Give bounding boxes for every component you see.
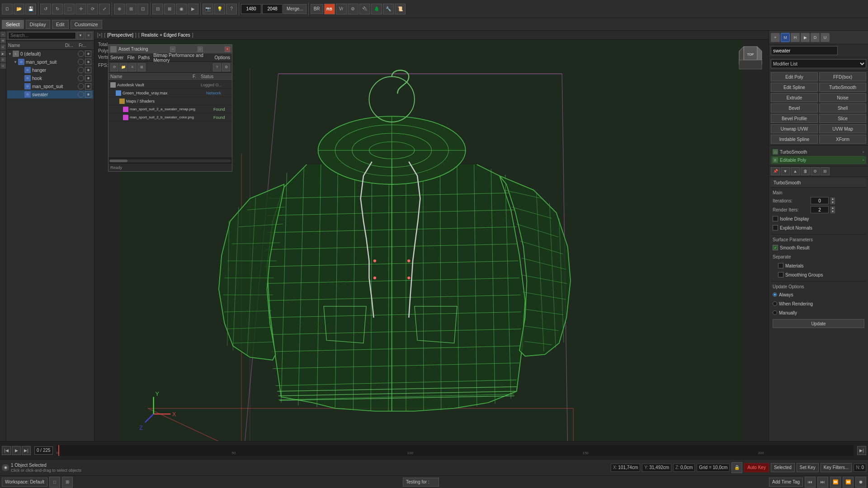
display-tab-icon[interactable]: D — [811, 33, 820, 42]
sidebar-display-icon[interactable]: D — [0, 57, 6, 62]
rb-icon[interactable]: RB — [324, 4, 335, 14]
create-tab-icon[interactable]: + — [771, 33, 780, 42]
tl-play-btn[interactable]: ▶ — [12, 446, 21, 455]
mirror-icon[interactable]: ⊞ — [126, 4, 137, 14]
move-icon[interactable]: ✛ — [75, 4, 86, 14]
motion-tab-icon[interactable]: ▶ — [801, 33, 810, 42]
xform-btn[interactable]: XForm — [819, 135, 866, 144]
riter-down-icon[interactable]: ▼ — [830, 210, 835, 213]
tl-end-btn[interactable]: ▶| — [857, 446, 866, 455]
unwrap-uvw-btn[interactable]: Unwrap UVW — [771, 124, 818, 133]
iterations-input[interactable] — [811, 197, 829, 204]
workspace-icon2[interactable]: ⊞ — [62, 477, 73, 488]
edit-spline-btn[interactable]: Edit Spline — [771, 83, 818, 92]
undo-icon[interactable]: ↺ — [40, 4, 51, 14]
set-key-btn[interactable]: Set Key — [797, 463, 819, 472]
explicit-normals-checkbox[interactable] — [773, 225, 778, 230]
scene-item-default[interactable]: ▼ L 0 (default) ❄ — [7, 50, 93, 58]
display-mode-btn[interactable]: Display — [26, 20, 50, 29]
scene-item-hook[interactable]: O hook ❄ — [7, 74, 93, 82]
at-row-0[interactable]: Autodesk Vault Logged O... — [108, 81, 232, 89]
bt-icon2[interactable]: ⏭ — [817, 477, 828, 488]
isoline-checkbox[interactable] — [773, 216, 778, 221]
edit-poly-btn[interactable]: Edit Poly — [771, 72, 818, 81]
sidebar-modify-icon[interactable]: M — [0, 38, 6, 43]
stack-item-turbos[interactable]: □ TurboSmooth + — [771, 148, 866, 156]
bevel-btn[interactable]: Bevel — [771, 103, 818, 113]
mod-copy-btn[interactable]: ⊞ — [821, 167, 830, 175]
materials-checkbox[interactable] — [778, 263, 783, 268]
frame-counter[interactable]: 0 / 225 — [34, 446, 53, 455]
at-row-4[interactable]: man_sport_suit_2_b_sweater_color.png Fou… — [108, 113, 232, 122]
height-value[interactable]: 2048 — [262, 4, 283, 14]
sweater-vis-icon[interactable] — [78, 91, 84, 98]
group-icon[interactable]: ⊠ — [164, 4, 175, 14]
riter-up-icon[interactable]: ▲ — [830, 206, 835, 210]
scene-search-input[interactable] — [8, 32, 76, 39]
sweater-freeze-icon[interactable]: ❄ — [85, 91, 91, 98]
asset-menu-server[interactable]: Server — [110, 55, 123, 60]
redo-icon[interactable]: ↻ — [52, 4, 63, 14]
update-btn[interactable]: Update — [773, 319, 864, 328]
render-icon[interactable]: ▶ — [188, 4, 198, 14]
mss2-freeze-icon[interactable]: ❄ — [85, 83, 91, 89]
mod-delete-btn[interactable]: 🗑 — [801, 167, 810, 175]
turbosmooth-btn[interactable]: TurboSmooth — [819, 83, 866, 92]
camera-icon[interactable]: 📷 — [203, 4, 213, 14]
asset-close-btn[interactable]: × — [225, 47, 230, 52]
bevel-profile-btn[interactable]: Bevel Profile — [771, 114, 818, 123]
at-row-3[interactable]: man_sport_suit_2_a_sweater_nmap.png Foun… — [108, 105, 232, 113]
hook-vis-icon[interactable] — [78, 75, 84, 81]
hanger-vis-icon[interactable] — [78, 67, 84, 73]
hook-freeze-icon[interactable]: ❄ — [85, 75, 91, 81]
selected-label-btn[interactable]: Selected — [771, 463, 795, 472]
asset-menu-options[interactable]: Options — [215, 55, 230, 60]
align-icon[interactable]: ⊡ — [137, 4, 148, 14]
bt-icon1[interactable]: ⏮ — [805, 477, 816, 488]
at-paths-icon[interactable]: 📁 — [119, 63, 127, 71]
plugin-icon[interactable]: 🔌 — [359, 4, 370, 14]
sidebar-utilities-icon[interactable]: U — [0, 63, 6, 69]
navigation-cube[interactable]: TOP — [737, 44, 764, 71]
auto-key-btn[interactable]: Auto Key — [744, 463, 769, 472]
uvw-map-btn[interactable]: UVW Map — [819, 124, 866, 133]
light-icon[interactable]: 💡 — [214, 4, 225, 14]
sidebar-hierarchy-icon[interactable]: H — [0, 44, 6, 50]
smooth-result-checkbox[interactable] — [773, 245, 778, 250]
default-freeze-icon[interactable]: ❄ — [85, 51, 91, 57]
stack-item-editable-poly[interactable]: E Editable Poly + — [771, 156, 866, 164]
at-help-icon[interactable]: ? — [213, 63, 221, 71]
customize-mode-btn[interactable]: Customize — [71, 20, 102, 29]
ffd-box-btn[interactable]: FFD(box) — [819, 72, 866, 81]
manually-radio[interactable] — [773, 310, 777, 315]
hierarchy-tab-icon[interactable]: H — [791, 33, 800, 42]
tl-next-btn[interactable]: ▶| — [22, 446, 31, 455]
timeline-track[interactable]: 0 50 100 150 200 — [57, 445, 854, 456]
asset-menu-bitmap[interactable]: Bitmap Performance and Memory — [153, 53, 211, 63]
settings-icon[interactable]: ⚙ — [348, 4, 359, 14]
key-filters-btn[interactable]: Key Filters... — [821, 463, 852, 472]
shell-btn[interactable]: Shell — [819, 103, 866, 113]
scene-item-man-sport-suit[interactable]: ▼ O man_sport_suit ❄ — [7, 58, 93, 66]
asset-menu-file[interactable]: File — [127, 55, 134, 60]
asset-maximize-btn[interactable]: □ — [198, 47, 203, 52]
workspace-icon1[interactable]: □ — [49, 477, 60, 488]
asset-scrollbar[interactable] — [108, 158, 232, 163]
tools-icon[interactable]: 🔧 — [383, 4, 394, 14]
lock-icon[interactable]: 🔒 — [731, 462, 742, 473]
select-mode-btn[interactable]: Select — [2, 20, 24, 29]
forest-icon[interactable]: 🌲 — [371, 4, 382, 14]
layer-icon[interactable]: ⊟ — [152, 4, 163, 14]
at-grid-icon[interactable]: ⊞ — [137, 63, 146, 71]
iterations-spinner[interactable]: ▲ ▼ — [830, 197, 835, 204]
scene-options-icon[interactable]: ≡ — [85, 32, 92, 39]
always-radio[interactable] — [773, 292, 777, 297]
object-name-input[interactable] — [771, 46, 838, 55]
when-rendering-radio[interactable] — [773, 301, 777, 306]
helper-icon[interactable]: ? — [226, 4, 237, 14]
slice-btn[interactable]: Slice — [819, 114, 866, 123]
mss-vis-icon[interactable] — [78, 59, 84, 65]
bt-icon3[interactable]: ⏩ — [830, 477, 841, 488]
render-iters-input[interactable] — [811, 206, 829, 213]
asset-minimize-btn[interactable]: ─ — [170, 47, 175, 52]
